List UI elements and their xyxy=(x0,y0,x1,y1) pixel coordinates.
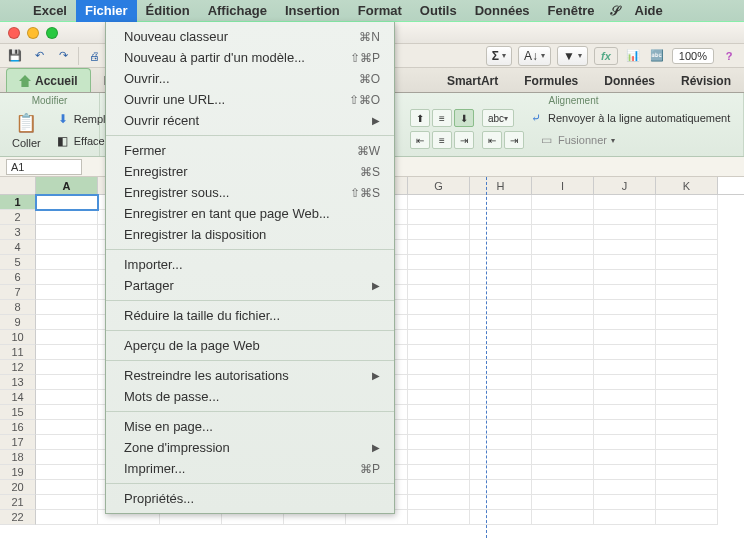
cell[interactable] xyxy=(470,285,532,300)
cell[interactable] xyxy=(36,195,98,210)
cell[interactable] xyxy=(656,255,718,270)
tab-donnees[interactable]: Données xyxy=(591,68,668,92)
cell[interactable] xyxy=(656,285,718,300)
cell[interactable] xyxy=(594,255,656,270)
cell[interactable] xyxy=(36,330,98,345)
chart-icon[interactable]: 📊 xyxy=(624,47,642,65)
cell[interactable] xyxy=(408,405,470,420)
cell[interactable] xyxy=(656,240,718,255)
cell[interactable] xyxy=(656,375,718,390)
autosum-button[interactable]: Σ▾ xyxy=(486,46,512,66)
cell[interactable] xyxy=(470,195,532,210)
row-header[interactable]: 19 xyxy=(0,465,36,480)
cell[interactable] xyxy=(656,195,718,210)
file-menu-item[interactable]: Zone d'impression▶ xyxy=(106,437,394,458)
menu-fenetre[interactable]: Fenêtre xyxy=(539,0,604,22)
cell[interactable] xyxy=(532,240,594,255)
fx-icon[interactable]: fx xyxy=(594,47,618,65)
row-header[interactable]: 1 xyxy=(0,195,36,210)
file-menu-item[interactable]: Partager▶ xyxy=(106,275,394,296)
cell[interactable] xyxy=(532,315,594,330)
cell[interactable] xyxy=(532,330,594,345)
cell[interactable] xyxy=(470,315,532,330)
cell[interactable] xyxy=(594,360,656,375)
col-header-K[interactable]: K xyxy=(656,177,718,194)
row-header[interactable]: 20 xyxy=(0,480,36,495)
file-menu-item[interactable]: Mise en page... xyxy=(106,416,394,437)
cell[interactable] xyxy=(408,300,470,315)
cell[interactable] xyxy=(532,390,594,405)
select-all-corner[interactable] xyxy=(0,177,36,194)
cell[interactable] xyxy=(408,195,470,210)
cell[interactable] xyxy=(36,225,98,240)
cell[interactable] xyxy=(36,315,98,330)
col-header-I[interactable]: I xyxy=(532,177,594,194)
cell[interactable] xyxy=(532,195,594,210)
cell[interactable] xyxy=(470,225,532,240)
col-header-A[interactable]: A xyxy=(36,177,98,194)
menu-format[interactable]: Format xyxy=(349,0,411,22)
cell[interactable] xyxy=(408,480,470,495)
textbox-icon[interactable]: 🔤 xyxy=(648,47,666,65)
cell[interactable] xyxy=(408,435,470,450)
cell[interactable] xyxy=(594,330,656,345)
cell[interactable] xyxy=(532,405,594,420)
tab-accueil[interactable]: Accueil xyxy=(6,68,91,92)
cell[interactable] xyxy=(470,270,532,285)
increase-indent-button[interactable]: ⇥ xyxy=(504,131,524,149)
menu-edition[interactable]: Édition xyxy=(137,0,199,22)
window-zoom-button[interactable] xyxy=(46,27,58,39)
cell[interactable] xyxy=(470,480,532,495)
cell[interactable] xyxy=(532,300,594,315)
cell[interactable] xyxy=(470,330,532,345)
cell[interactable] xyxy=(532,420,594,435)
file-menu-item[interactable]: Ouvrir récent▶ xyxy=(106,110,394,131)
row-header[interactable]: 12 xyxy=(0,360,36,375)
sort-button[interactable]: A↓▾ xyxy=(518,46,551,66)
paste-button[interactable]: 📋 Coller xyxy=(6,109,47,151)
save-icon[interactable]: 💾 xyxy=(6,47,24,65)
cell[interactable] xyxy=(408,450,470,465)
cell[interactable] xyxy=(36,240,98,255)
cell[interactable] xyxy=(594,210,656,225)
cell[interactable] xyxy=(408,225,470,240)
cell[interactable] xyxy=(470,450,532,465)
merge-button[interactable]: ▭Fusionner▾ xyxy=(532,130,621,150)
file-menu-item[interactable]: Restreindre les autorisations▶ xyxy=(106,365,394,386)
decrease-indent-button[interactable]: ⇤ xyxy=(482,131,502,149)
row-header[interactable]: 17 xyxy=(0,435,36,450)
tab-revision[interactable]: Révision xyxy=(668,68,744,92)
cell[interactable] xyxy=(594,390,656,405)
filter-button[interactable]: ▼▾ xyxy=(557,46,588,66)
cell[interactable] xyxy=(594,405,656,420)
row-header[interactable]: 6 xyxy=(0,270,36,285)
file-menu-item[interactable]: Réduire la taille du fichier... xyxy=(106,305,394,326)
cell[interactable] xyxy=(408,420,470,435)
cell[interactable] xyxy=(594,240,656,255)
cell[interactable] xyxy=(408,240,470,255)
file-menu-item[interactable]: Propriétés... xyxy=(106,488,394,509)
row-header[interactable]: 10 xyxy=(0,330,36,345)
file-menu-item[interactable]: Importer... xyxy=(106,254,394,275)
cell[interactable] xyxy=(532,270,594,285)
cell[interactable] xyxy=(532,435,594,450)
menu-aide[interactable]: Aide xyxy=(626,0,672,22)
file-menu-item[interactable]: Ouvrir...⌘O xyxy=(106,68,394,89)
cell[interactable] xyxy=(36,450,98,465)
cell[interactable] xyxy=(656,435,718,450)
align-middle-button[interactable]: ≡ xyxy=(432,109,452,127)
cell[interactable] xyxy=(36,270,98,285)
cell[interactable] xyxy=(408,390,470,405)
col-header-J[interactable]: J xyxy=(594,177,656,194)
cell[interactable] xyxy=(656,450,718,465)
cell[interactable] xyxy=(408,210,470,225)
cell[interactable] xyxy=(470,465,532,480)
cell[interactable] xyxy=(594,465,656,480)
row-header[interactable]: 14 xyxy=(0,390,36,405)
cell[interactable] xyxy=(532,375,594,390)
cell[interactable] xyxy=(470,345,532,360)
cell[interactable] xyxy=(594,420,656,435)
menu-fichier[interactable]: Fichier xyxy=(76,0,137,22)
cell[interactable] xyxy=(470,300,532,315)
align-right-button[interactable]: ⇥ xyxy=(454,131,474,149)
